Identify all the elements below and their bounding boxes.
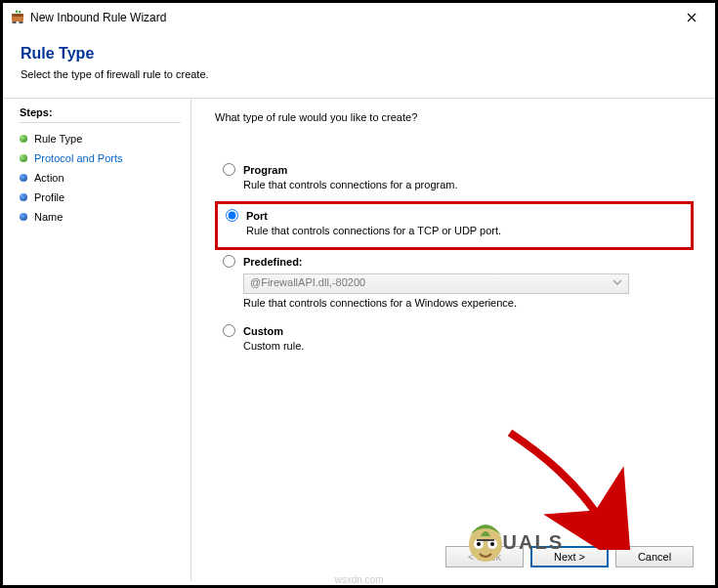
page-title: Rule Type — [21, 45, 697, 63]
app-icon — [10, 10, 25, 25]
radio-port[interactable] — [226, 209, 238, 222]
back-button[interactable]: < Back — [445, 546, 524, 567]
option-predefined-desc: Rule that controls connections for a Win… — [223, 297, 686, 309]
wizard-body: Steps: Rule Type Protocol and Ports Acti… — [3, 99, 715, 581]
option-custom-desc: Custom rule. — [223, 340, 686, 352]
steps-heading: Steps: — [20, 106, 181, 123]
window-title: New Inbound Rule Wizard — [25, 11, 669, 24]
step-label: Action — [34, 172, 64, 184]
close-button[interactable] — [669, 4, 713, 31]
step-profile[interactable]: Profile — [20, 188, 181, 207]
option-custom-label: Custom — [243, 325, 283, 337]
svg-point-4 — [16, 11, 19, 14]
title-bar: New Inbound Rule Wizard — [3, 3, 715, 32]
bullet-icon — [20, 193, 27, 201]
svg-point-5 — [19, 11, 21, 13]
svg-rect-3 — [20, 21, 23, 23]
predefined-combobox[interactable]: @FirewallAPI.dll,-80200 — [243, 273, 629, 294]
radio-program[interactable] — [223, 163, 235, 176]
cancel-button[interactable]: Cancel — [615, 546, 694, 567]
step-protocol-and-ports[interactable]: Protocol and Ports — [20, 148, 181, 168]
rule-type-options: Program Rule that controls connections f… — [215, 158, 694, 362]
option-port-label: Port — [246, 210, 268, 222]
option-program-label: Program — [243, 164, 287, 176]
option-port-desc: Rule that controls connections for a TCP… — [226, 225, 683, 236]
step-label: Profile — [34, 191, 64, 203]
svg-rect-1 — [12, 14, 23, 17]
radio-custom[interactable] — [223, 324, 235, 337]
chevron-down-icon — [612, 277, 622, 287]
close-icon — [687, 13, 697, 22]
step-name[interactable]: Name — [20, 207, 181, 227]
step-label: Protocol and Ports — [34, 152, 123, 164]
next-button[interactable]: Next > — [530, 546, 609, 567]
option-predefined[interactable]: Predefined: @FirewallAPI.dll,-80200 Rule… — [215, 250, 694, 319]
step-rule-type[interactable]: Rule Type — [20, 129, 181, 148]
wizard-header: Rule Type Select the type of firewall ru… — [3, 32, 715, 99]
option-program-desc: Rule that controls connections for a pro… — [223, 179, 686, 190]
steps-sidebar: Steps: Rule Type Protocol and Ports Acti… — [3, 99, 191, 581]
svg-rect-2 — [13, 21, 17, 23]
page-subtitle: Select the type of firewall rule to crea… — [21, 68, 697, 80]
step-action[interactable]: Action — [20, 168, 181, 188]
option-custom[interactable]: Custom Custom rule. — [215, 319, 694, 362]
bullet-icon — [20, 154, 27, 162]
step-label: Rule Type — [34, 133, 82, 145]
wizard-footer: < Back Next > Cancel — [445, 546, 694, 567]
step-label: Name — [34, 211, 63, 223]
rule-type-question: What type of rule would you like to crea… — [215, 111, 694, 123]
radio-predefined[interactable] — [223, 255, 235, 268]
predefined-combo-value: @FirewallAPI.dll,-80200 — [250, 276, 365, 288]
bullet-icon — [20, 174, 27, 182]
bullet-icon — [20, 213, 27, 221]
bullet-icon — [20, 135, 27, 143]
option-predefined-label: Predefined: — [243, 256, 303, 268]
option-port[interactable]: Port Rule that controls connections for … — [215, 201, 694, 250]
option-program[interactable]: Program Rule that controls connections f… — [215, 158, 694, 201]
wizard-content: What type of rule would you like to crea… — [191, 99, 715, 581]
